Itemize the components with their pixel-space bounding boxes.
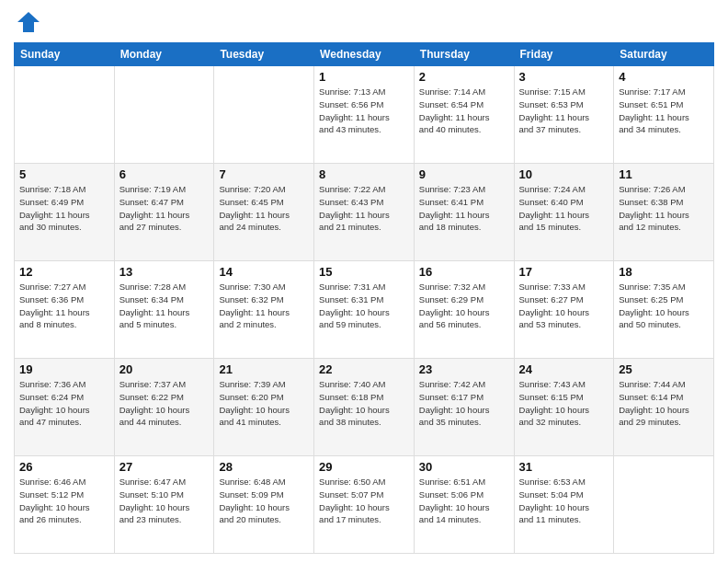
calendar-week-row: 19Sunrise: 7:36 AM Sunset: 6:24 PM Dayli… xyxy=(15,359,714,456)
calendar-cell: 20Sunrise: 7:37 AM Sunset: 6:22 PM Dayli… xyxy=(114,359,214,456)
calendar-cell: 12Sunrise: 7:27 AM Sunset: 6:36 PM Dayli… xyxy=(15,261,115,359)
calendar-cell: 29Sunrise: 6:50 AM Sunset: 5:07 PM Dayli… xyxy=(314,456,415,554)
calendar-cell: 6Sunrise: 7:19 AM Sunset: 6:47 PM Daylig… xyxy=(114,164,214,261)
day-number: 27 xyxy=(119,460,210,474)
day-info: Sunrise: 7:15 AM Sunset: 6:53 PM Dayligh… xyxy=(519,86,609,136)
calendar-cell xyxy=(214,66,314,164)
day-number: 30 xyxy=(419,460,509,474)
day-info: Sunrise: 7:40 AM Sunset: 6:18 PM Dayligh… xyxy=(319,378,409,429)
day-info: Sunrise: 7:37 AM Sunset: 6:22 PM Dayligh… xyxy=(119,378,210,429)
weekday-header-row: SundayMondayTuesdayWednesdayThursdayFrid… xyxy=(15,43,714,66)
header xyxy=(14,9,714,35)
calendar-cell xyxy=(114,66,214,164)
day-number: 23 xyxy=(419,362,509,376)
calendar-cell: 28Sunrise: 6:48 AM Sunset: 5:09 PM Dayli… xyxy=(214,456,314,554)
calendar-cell: 31Sunrise: 6:53 AM Sunset: 5:04 PM Dayli… xyxy=(514,456,614,554)
weekday-header-thursday: Thursday xyxy=(414,43,514,66)
calendar-table: SundayMondayTuesdayWednesdayThursdayFrid… xyxy=(14,42,714,554)
calendar-cell: 8Sunrise: 7:22 AM Sunset: 6:43 PM Daylig… xyxy=(314,164,415,261)
day-info: Sunrise: 6:47 AM Sunset: 5:10 PM Dayligh… xyxy=(119,476,210,526)
calendar-cell: 26Sunrise: 6:46 AM Sunset: 5:12 PM Dayli… xyxy=(15,456,115,554)
day-number: 3 xyxy=(519,70,609,84)
calendar-cell: 22Sunrise: 7:40 AM Sunset: 6:18 PM Dayli… xyxy=(314,359,415,456)
calendar-cell: 3Sunrise: 7:15 AM Sunset: 6:53 PM Daylig… xyxy=(514,66,614,164)
day-number: 10 xyxy=(519,167,609,181)
day-number: 16 xyxy=(419,265,509,279)
calendar-cell: 11Sunrise: 7:26 AM Sunset: 6:38 PM Dayli… xyxy=(614,164,714,261)
day-info: Sunrise: 6:48 AM Sunset: 5:09 PM Dayligh… xyxy=(219,476,309,526)
day-number: 20 xyxy=(119,362,210,376)
logo xyxy=(14,9,41,35)
calendar-cell: 15Sunrise: 7:31 AM Sunset: 6:31 PM Dayli… xyxy=(314,261,415,359)
weekday-header-saturday: Saturday xyxy=(614,43,714,66)
calendar-cell: 9Sunrise: 7:23 AM Sunset: 6:41 PM Daylig… xyxy=(414,164,514,261)
day-number: 14 xyxy=(219,265,309,279)
day-number: 21 xyxy=(219,362,309,376)
calendar-cell: 4Sunrise: 7:17 AM Sunset: 6:51 PM Daylig… xyxy=(614,66,714,164)
day-info: Sunrise: 7:42 AM Sunset: 6:17 PM Dayligh… xyxy=(419,378,509,429)
calendar-cell xyxy=(15,66,115,164)
day-number: 17 xyxy=(519,265,609,279)
day-number: 29 xyxy=(319,460,409,474)
calendar-cell: 17Sunrise: 7:33 AM Sunset: 6:27 PM Dayli… xyxy=(514,261,614,359)
calendar-cell: 25Sunrise: 7:44 AM Sunset: 6:14 PM Dayli… xyxy=(614,359,714,456)
calendar-week-row: 26Sunrise: 6:46 AM Sunset: 5:12 PM Dayli… xyxy=(15,456,714,554)
day-info: Sunrise: 7:26 AM Sunset: 6:38 PM Dayligh… xyxy=(619,183,709,234)
weekday-header-monday: Monday xyxy=(114,43,214,66)
calendar-cell: 13Sunrise: 7:28 AM Sunset: 6:34 PM Dayli… xyxy=(114,261,214,359)
day-info: Sunrise: 7:19 AM Sunset: 6:47 PM Dayligh… xyxy=(119,183,210,234)
day-info: Sunrise: 7:28 AM Sunset: 6:34 PM Dayligh… xyxy=(119,281,210,331)
day-info: Sunrise: 6:50 AM Sunset: 5:07 PM Dayligh… xyxy=(319,476,409,526)
calendar-cell: 10Sunrise: 7:24 AM Sunset: 6:40 PM Dayli… xyxy=(514,164,614,261)
day-info: Sunrise: 7:23 AM Sunset: 6:41 PM Dayligh… xyxy=(419,183,509,234)
day-number: 6 xyxy=(119,167,210,181)
weekday-header-tuesday: Tuesday xyxy=(214,43,314,66)
day-info: Sunrise: 7:44 AM Sunset: 6:14 PM Dayligh… xyxy=(619,378,709,429)
calendar-cell: 16Sunrise: 7:32 AM Sunset: 6:29 PM Dayli… xyxy=(414,261,514,359)
day-info: Sunrise: 7:39 AM Sunset: 6:20 PM Dayligh… xyxy=(219,378,309,429)
day-number: 28 xyxy=(219,460,309,474)
day-number: 1 xyxy=(319,70,409,84)
page: SundayMondayTuesdayWednesdayThursdayFrid… xyxy=(0,0,728,563)
weekday-header-friday: Friday xyxy=(514,43,614,66)
calendar-cell: 5Sunrise: 7:18 AM Sunset: 6:49 PM Daylig… xyxy=(15,164,115,261)
calendar-cell xyxy=(614,456,714,554)
day-number: 7 xyxy=(219,167,309,181)
day-info: Sunrise: 7:14 AM Sunset: 6:54 PM Dayligh… xyxy=(419,86,509,136)
day-number: 22 xyxy=(319,362,409,376)
day-number: 12 xyxy=(19,265,109,279)
calendar-cell: 23Sunrise: 7:42 AM Sunset: 6:17 PM Dayli… xyxy=(414,359,514,456)
day-info: Sunrise: 7:33 AM Sunset: 6:27 PM Dayligh… xyxy=(519,281,609,331)
calendar-cell: 2Sunrise: 7:14 AM Sunset: 6:54 PM Daylig… xyxy=(414,66,514,164)
calendar-cell: 1Sunrise: 7:13 AM Sunset: 6:56 PM Daylig… xyxy=(314,66,415,164)
day-info: Sunrise: 7:31 AM Sunset: 6:31 PM Dayligh… xyxy=(319,281,409,331)
day-number: 8 xyxy=(319,167,409,181)
day-info: Sunrise: 7:13 AM Sunset: 6:56 PM Dayligh… xyxy=(319,86,409,136)
calendar-week-row: 1Sunrise: 7:13 AM Sunset: 6:56 PM Daylig… xyxy=(15,66,714,164)
day-number: 19 xyxy=(19,362,109,376)
day-number: 18 xyxy=(619,265,709,279)
day-number: 9 xyxy=(419,167,509,181)
day-info: Sunrise: 7:17 AM Sunset: 6:51 PM Dayligh… xyxy=(619,86,709,136)
day-info: Sunrise: 7:35 AM Sunset: 6:25 PM Dayligh… xyxy=(619,281,709,331)
day-number: 13 xyxy=(119,265,210,279)
calendar-cell: 19Sunrise: 7:36 AM Sunset: 6:24 PM Dayli… xyxy=(15,359,115,456)
day-info: Sunrise: 7:22 AM Sunset: 6:43 PM Dayligh… xyxy=(319,183,409,234)
day-info: Sunrise: 7:20 AM Sunset: 6:45 PM Dayligh… xyxy=(219,183,309,234)
calendar-cell: 14Sunrise: 7:30 AM Sunset: 6:32 PM Dayli… xyxy=(214,261,314,359)
weekday-header-wednesday: Wednesday xyxy=(314,43,415,66)
day-number: 26 xyxy=(19,460,109,474)
calendar-cell: 18Sunrise: 7:35 AM Sunset: 6:25 PM Dayli… xyxy=(614,261,714,359)
day-number: 2 xyxy=(419,70,509,84)
svg-marker-0 xyxy=(17,12,40,32)
day-info: Sunrise: 7:36 AM Sunset: 6:24 PM Dayligh… xyxy=(19,378,109,429)
weekday-header-sunday: Sunday xyxy=(15,43,115,66)
day-info: Sunrise: 7:43 AM Sunset: 6:15 PM Dayligh… xyxy=(519,378,609,429)
day-info: Sunrise: 7:32 AM Sunset: 6:29 PM Dayligh… xyxy=(419,281,509,331)
day-info: Sunrise: 7:24 AM Sunset: 6:40 PM Dayligh… xyxy=(519,183,609,234)
day-number: 15 xyxy=(319,265,409,279)
day-number: 25 xyxy=(619,362,709,376)
calendar-week-row: 12Sunrise: 7:27 AM Sunset: 6:36 PM Dayli… xyxy=(15,261,714,359)
day-info: Sunrise: 6:51 AM Sunset: 5:06 PM Dayligh… xyxy=(419,476,509,526)
day-info: Sunrise: 6:53 AM Sunset: 5:04 PM Dayligh… xyxy=(519,476,609,526)
